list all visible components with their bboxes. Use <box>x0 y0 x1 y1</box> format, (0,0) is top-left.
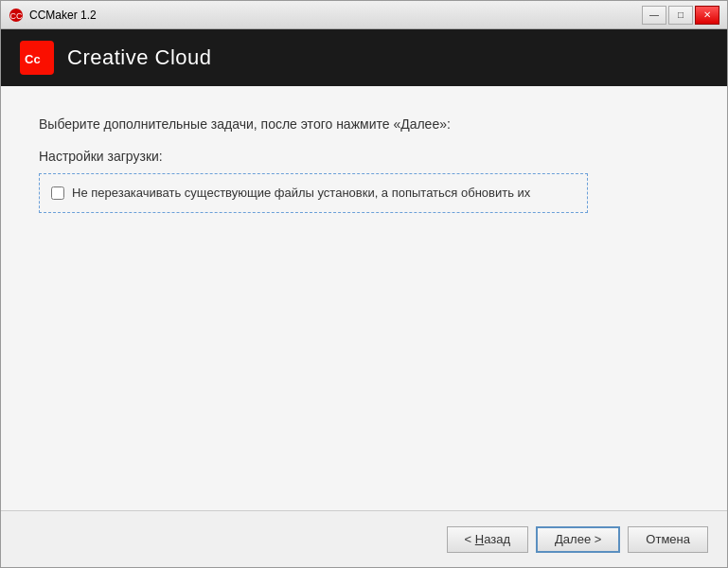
instruction-text: Выберите дополнительные задачи, после эт… <box>39 116 689 132</box>
svg-text:Cc: Cc <box>25 52 41 66</box>
section-label: Настройки загрузки: <box>39 149 689 164</box>
header-bar: Cc Creative Cloud <box>1 29 727 86</box>
back-button[interactable]: < Назад <box>447 526 528 553</box>
cancel-button[interactable]: Отмена <box>628 526 708 553</box>
title-bar: CC CCMaker 1.2 — □ ✕ <box>1 1 727 29</box>
maximize-button[interactable]: □ <box>668 6 693 25</box>
checkbox-group: Не перезакачивать существующие файлы уст… <box>39 173 588 213</box>
content-area: Выберите дополнительные задачи, после эт… <box>1 86 727 510</box>
header-title: Creative Cloud <box>67 45 212 70</box>
close-button[interactable]: ✕ <box>695 6 719 25</box>
adobe-cc-logo-icon: Cc <box>20 41 54 75</box>
title-bar-left: CC CCMaker 1.2 <box>9 8 97 23</box>
svg-text:CC: CC <box>10 11 23 21</box>
no-redownload-label[interactable]: Не перезакачивать существующие файлы уст… <box>72 184 530 203</box>
no-redownload-checkbox[interactable] <box>51 186 64 200</box>
main-window: CC CCMaker 1.2 — □ ✕ Cc Creative Cloud В… <box>0 0 728 568</box>
title-bar-text: CCMaker 1.2 <box>29 9 97 22</box>
svg-rect-4 <box>40 48 50 67</box>
cc-logo: Cc <box>20 41 54 75</box>
app-icon: CC <box>9 8 24 23</box>
next-button[interactable]: Далее > <box>536 526 620 553</box>
back-underline-char: Н <box>475 532 484 546</box>
title-bar-controls: — □ ✕ <box>642 6 719 25</box>
footer: < Назад Далее > Отмена <box>1 510 727 567</box>
minimize-button[interactable]: — <box>642 6 666 25</box>
